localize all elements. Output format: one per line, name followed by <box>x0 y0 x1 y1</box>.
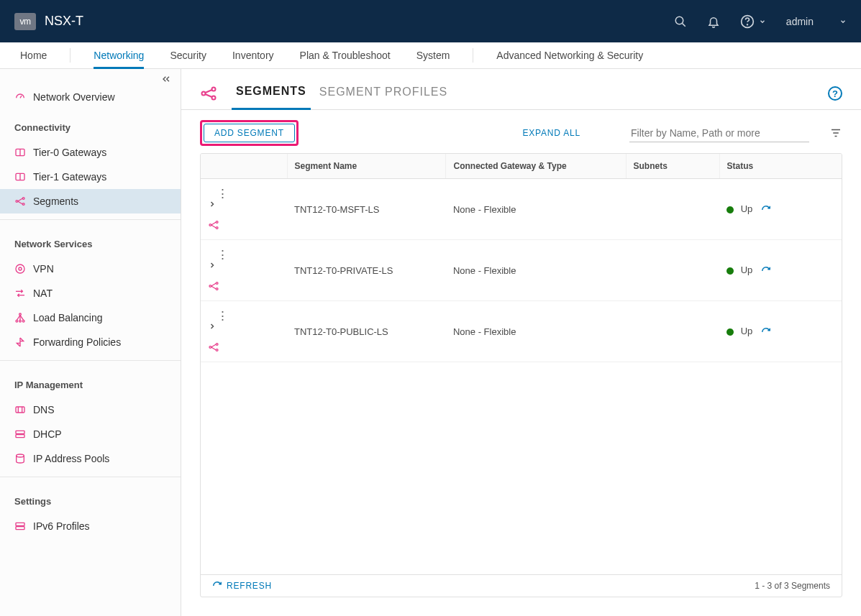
svg-line-54 <box>211 344 217 347</box>
cell-segment-name: TNT12-T0-PUBLIC-LS <box>287 301 446 362</box>
expand-row-icon[interactable] <box>208 261 280 270</box>
sidebar-item-label: Tier-1 Gateways <box>33 171 106 183</box>
svg-line-50 <box>211 286 217 289</box>
forwarding-icon <box>14 336 26 348</box>
load-balancing-icon <box>14 312 26 323</box>
tab-segments[interactable]: SEGMENTS <box>232 85 311 110</box>
expand-row-icon[interactable] <box>208 322 280 331</box>
col-subnets[interactable]: Subnets <box>626 154 719 179</box>
col-status[interactable]: Status <box>719 154 842 179</box>
main-content: SEGMENTS SEGMENT PROFILES ? ADD SEGMENT … <box>181 69 861 616</box>
bell-icon[interactable] <box>707 15 720 28</box>
gateway-icon <box>14 171 26 183</box>
svg-point-0 <box>675 17 683 24</box>
status-dot-up <box>726 328 734 336</box>
segment-icon <box>208 219 280 231</box>
svg-point-17 <box>19 313 22 316</box>
sidebar-group-header: Network Services <box>0 226 181 257</box>
row-actions-icon[interactable]: ⋮ <box>217 187 229 201</box>
col-gateway[interactable]: Connected Gateway & Type <box>446 154 626 179</box>
sidebar-group-header: IP Management <box>0 367 181 397</box>
sidebar-item-dns[interactable]: DNS <box>0 397 181 422</box>
sidebar-item-fp[interactable]: Forwarding Policies <box>0 330 181 354</box>
sidebar-item-label: IP Address Pools <box>33 453 109 464</box>
nav-system[interactable]: System <box>404 42 463 68</box>
table-row: ⋮ TNT12-T0-PRIVATE-LS None - Flexible Up <box>201 240 842 301</box>
sidebar-item-label: Segments <box>33 196 78 207</box>
dhcp-icon <box>14 428 26 440</box>
sidebar-item-dhcp[interactable]: DHCP <box>0 422 181 446</box>
filter-input[interactable] <box>629 124 809 142</box>
sidebar-item-nat[interactable]: NAT <box>0 281 181 305</box>
refresh-status-icon[interactable] <box>761 266 771 276</box>
segment-icon <box>14 196 26 207</box>
sidebar-item-tier1[interactable]: Tier-1 Gateways <box>0 165 181 189</box>
nav-home[interactable]: Home <box>7 42 60 68</box>
svg-point-11 <box>22 203 24 206</box>
cell-gateway: None - Flexible <box>446 301 626 362</box>
nav-networking[interactable]: Networking <box>81 42 157 68</box>
segment-icon <box>200 85 217 102</box>
sidebar-item-segments[interactable]: Segments <box>0 189 181 213</box>
svg-point-10 <box>22 198 24 200</box>
svg-point-34 <box>212 88 216 91</box>
svg-point-52 <box>216 344 218 346</box>
svg-line-12 <box>18 198 23 201</box>
sidebar-item-ipv6[interactable]: IPv6 Profiles <box>0 514 181 538</box>
nav-advanced[interactable]: Advanced Networking & Security <box>483 42 656 68</box>
logo-text: vm <box>20 17 31 27</box>
svg-point-41 <box>209 224 211 226</box>
help-icon[interactable]: ? <box>828 86 842 101</box>
filter-icon[interactable] <box>829 127 842 139</box>
cell-status: Up <box>741 326 753 336</box>
sidebar-item-label: Network Overview <box>33 91 115 103</box>
cell-subnets <box>626 301 719 362</box>
row-actions-icon[interactable]: ⋮ <box>217 309 229 323</box>
cell-gateway: None - Flexible <box>446 240 626 301</box>
ipv6-icon <box>14 520 26 532</box>
vmware-logo: vm <box>14 13 36 30</box>
nav-separator <box>70 48 70 63</box>
sidebar-item-tier0[interactable]: Tier-0 Gateways <box>0 140 181 165</box>
row-actions-icon[interactable]: ⋮ <box>217 248 229 262</box>
cell-subnets <box>626 179 719 240</box>
svg-point-19 <box>19 320 22 322</box>
segment-icon <box>208 280 280 292</box>
svg-point-53 <box>216 349 218 351</box>
svg-rect-28 <box>16 431 24 433</box>
cell-subnets <box>626 240 719 301</box>
svg-point-3 <box>747 24 747 24</box>
nav-security[interactable]: Security <box>157 42 219 68</box>
add-segment-button[interactable]: ADD SEGMENT <box>204 124 295 142</box>
user-menu[interactable]: admin <box>786 16 847 27</box>
refresh-button[interactable]: REFRESH <box>212 581 272 591</box>
nav-inventory[interactable]: Inventory <box>219 42 287 68</box>
svg-line-21 <box>17 316 20 321</box>
sidebar-item-label: DNS <box>33 404 55 415</box>
sidebar-item-lb[interactable]: Load Balancing <box>0 305 181 330</box>
svg-rect-29 <box>16 435 24 438</box>
divider <box>0 477 181 477</box>
tab-segment-profiles[interactable]: SEGMENT PROFILES <box>315 86 452 109</box>
sidebar-item-vpn[interactable]: VPN <box>0 257 181 281</box>
refresh-status-icon[interactable] <box>761 205 771 215</box>
search-icon[interactable] <box>674 15 687 28</box>
col-segment-name[interactable]: Segment Name <box>287 154 446 179</box>
cell-segment-name: TNT12-T0-PRIVATE-LS <box>287 240 446 301</box>
sidebar-item-overview[interactable]: Network Overview <box>0 85 181 109</box>
svg-line-4 <box>20 96 22 98</box>
table-row: ⋮ TNT12-T0-PUBLIC-LS None - Flexible Up <box>201 301 842 362</box>
svg-line-37 <box>205 94 211 97</box>
pagination-count: 1 - 3 of 3 Segments <box>755 581 830 591</box>
expand-row-icon[interactable] <box>208 200 280 208</box>
nav-plan[interactable]: Plan & Troubleshoot <box>287 42 404 68</box>
status-dot-up <box>726 267 734 275</box>
refresh-status-icon[interactable] <box>761 327 771 337</box>
help-menu[interactable] <box>740 14 766 29</box>
cell-status: Up <box>741 203 753 214</box>
collapse-sidebar-icon[interactable] <box>160 73 172 85</box>
sidebar-group-header: Connectivity <box>0 109 181 140</box>
divider <box>0 219 181 220</box>
sidebar-item-pools[interactable]: IP Address Pools <box>0 446 181 471</box>
expand-all-link[interactable]: EXPAND ALL <box>523 128 580 138</box>
